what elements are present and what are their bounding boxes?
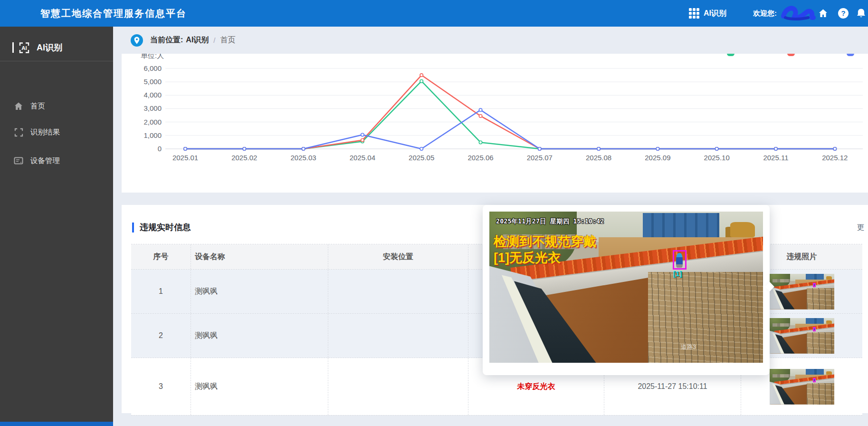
cell-location <box>328 314 468 358</box>
welcome-label: 欢迎您: <box>753 0 777 27</box>
svg-text:2025.07: 2025.07 <box>527 154 553 162</box>
svg-text:2,000: 2,000 <box>143 118 162 126</box>
violation-photo-large: 2025年11月27日 星期四 15:10:42 检测到不规范穿戴[1]无反光衣… <box>489 212 763 363</box>
svg-text:6,000: 6,000 <box>143 64 162 72</box>
cell-no: 3 <box>131 358 191 415</box>
sidebar-bottom-strip <box>0 422 113 426</box>
scene-detbox-shape <box>813 283 816 288</box>
svg-text:2025.08: 2025.08 <box>586 154 611 162</box>
scene-town-shape <box>773 279 790 283</box>
brand-bar <box>12 42 14 53</box>
scene-digger-shape <box>826 276 832 280</box>
sidebar-brand-label: AI识别 <box>37 42 62 53</box>
scene-digger-shape <box>826 320 832 324</box>
grid-dot <box>689 8 692 11</box>
violation-photo-thumbnail[interactable] <box>770 274 834 310</box>
more-link[interactable]: 更 <box>857 223 864 232</box>
sidebar-item-label: 设备管理 <box>30 156 60 166</box>
cell-location <box>328 270 468 313</box>
apps-grid-icon[interactable] <box>689 8 699 19</box>
ai-scan-frame-icon: AI <box>17 41 32 54</box>
scene-bluebldg-shape <box>643 213 719 239</box>
section-accent-bar <box>132 223 134 232</box>
svg-text:3,000: 3,000 <box>143 104 162 112</box>
breadcrumb-current[interactable]: 首页 <box>220 35 236 45</box>
home-icon <box>13 102 24 111</box>
breadcrumb-section[interactable]: AI识别 <box>186 35 209 45</box>
svg-text:1,000: 1,000 <box>143 131 162 139</box>
svg-text:2025.02: 2025.02 <box>231 154 257 162</box>
breadcrumb: 当前位置: AI识别 / 首页 <box>113 27 868 54</box>
location-pin-icon <box>131 34 143 47</box>
scene-bluebldg-shape <box>806 318 824 324</box>
popup-photo: 2025年11月27日 星期四 15:10:42 检测到不规范穿戴[1]无反光衣… <box>489 212 763 363</box>
sidebar-item-results[interactable]: 识别结果 <box>0 121 113 144</box>
svg-text:2025.11: 2025.11 <box>763 154 788 162</box>
sidebar-item-home[interactable]: 首页 <box>0 95 113 117</box>
photo-preview-popup: 2025年11月27日 星期四 15:10:42 检测到不规范穿戴[1]无反光衣… <box>483 205 770 375</box>
svg-text:AI: AI <box>21 45 27 50</box>
svg-text:2025.01: 2025.01 <box>172 154 198 162</box>
scene-detbox-shape <box>673 250 687 270</box>
scene-detbox-shape <box>813 378 816 383</box>
photo-alert-text: 检测到不规范穿戴[1]无反光衣 <box>494 233 596 266</box>
detection-box-tag: [1] <box>673 270 682 278</box>
scene-bluebldg-shape <box>806 274 824 280</box>
scene-town-shape <box>773 323 790 327</box>
breadcrumb-label: 当前位置: <box>150 35 183 45</box>
scene-digger-shape <box>826 371 832 375</box>
cell-no: 2 <box>131 314 191 358</box>
help-icon[interactable]: ? <box>838 8 849 19</box>
scene-digger-shape <box>730 222 755 237</box>
grid-dot <box>693 16 696 19</box>
grid-dot <box>693 8 696 11</box>
violation-type-text: 未穿反光衣 <box>517 382 555 392</box>
svg-text:5,000: 5,000 <box>143 77 162 86</box>
app-title: 智慧工地综合管理服务信息平台 <box>40 0 187 27</box>
username-redaction-scribble <box>780 5 816 22</box>
svg-text:2025.03: 2025.03 <box>290 154 316 162</box>
breadcrumb-separator: / <box>213 36 215 44</box>
cell-device: 测飒飒 <box>191 314 328 358</box>
scene-scaffold-shape <box>807 383 834 405</box>
svg-text:2025.09: 2025.09 <box>645 154 670 162</box>
scene-town-shape <box>773 374 790 378</box>
column-header-location: 安装位置 <box>328 244 468 269</box>
photo-watermark: 道路3 <box>681 343 696 351</box>
svg-text:4,000: 4,000 <box>143 91 162 99</box>
device-icon <box>13 156 24 165</box>
svg-text:单位:人: 单位:人 <box>141 54 164 59</box>
module-switcher-label[interactable]: AI识别 <box>704 0 726 27</box>
violation-photo-thumbnail[interactable] <box>770 369 834 405</box>
sidebar-item-label: 首页 <box>30 101 45 111</box>
svg-text:2025.06: 2025.06 <box>467 154 493 162</box>
section-title: 违规实时信息 <box>140 222 191 233</box>
sidebar-item-devices[interactable]: 设备管理 <box>0 149 113 172</box>
line-chart: 01,0002,0003,0004,0005,0006,000单位:人2025.… <box>122 54 868 193</box>
grid-dot <box>689 16 692 19</box>
grid-dot <box>696 16 699 19</box>
grid-dot <box>693 12 696 15</box>
column-header-no: 序号 <box>131 244 191 269</box>
page: 智慧工地综合管理服务信息平台 AI识别 欢迎您: ? AI <box>0 0 868 426</box>
scene-scaffold-shape <box>807 332 834 354</box>
column-header-device: 设备名称 <box>191 244 328 269</box>
svg-text:2025.05: 2025.05 <box>409 154 434 162</box>
photo-timestamp: 2025年11月27日 星期四 15:10:42 <box>496 217 604 226</box>
home-icon[interactable] <box>818 9 828 18</box>
grid-dot <box>696 12 699 15</box>
grid-dot <box>696 8 699 11</box>
scan-frame-icon <box>13 128 24 137</box>
sidebar-item-label: 识别结果 <box>30 127 60 137</box>
scene-bluebldg-shape <box>806 369 824 375</box>
top-header-bar: 智慧工地综合管理服务信息平台 AI识别 欢迎您: ? <box>0 0 868 27</box>
cell-device: 测飒飒 <box>191 270 328 313</box>
violation-photo-thumbnail[interactable] <box>770 318 834 354</box>
svg-text:0: 0 <box>158 145 162 153</box>
sidebar: AI AI识别 首页 识别结果 设备管理 <box>0 27 113 426</box>
people-count-chart-card: 01,0002,0003,0004,0005,0006,000单位:人2025.… <box>122 54 868 193</box>
svg-text:2025.12: 2025.12 <box>822 154 848 162</box>
sidebar-divider <box>0 61 113 61</box>
cell-no: 1 <box>131 270 191 313</box>
bell-icon[interactable] <box>856 8 866 19</box>
